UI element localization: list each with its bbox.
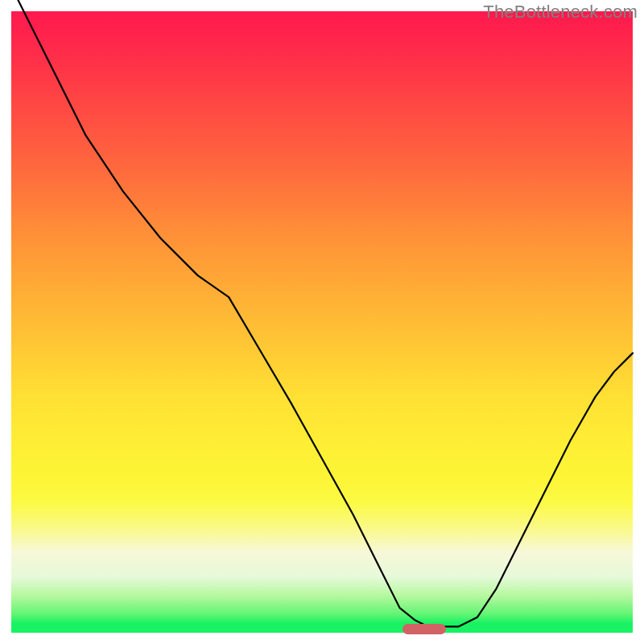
watermark: TheBottleneck.com (483, 2, 638, 23)
bottleneck-curve (11, 11, 633, 633)
optimal-range-marker (402, 624, 446, 634)
